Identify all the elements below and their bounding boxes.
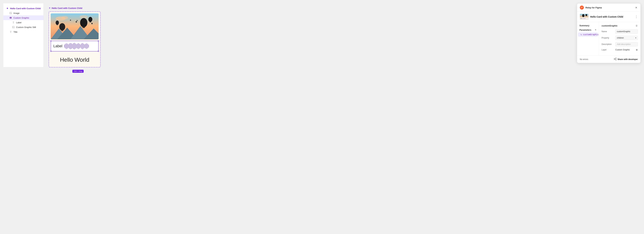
svg-point-10 bbox=[62, 16, 68, 20]
wave-bar bbox=[75, 44, 76, 49]
svg-point-29 bbox=[582, 14, 584, 17]
handle-tr bbox=[98, 40, 99, 42]
panel-header: Relay for Figma ✕ bbox=[577, 4, 640, 12]
thumb-label-row bbox=[580, 17, 588, 20]
panel-body: Summary Parameters + ↳ customGraphic cus… bbox=[577, 22, 640, 56]
svg-point-22 bbox=[88, 17, 92, 22]
handle-br bbox=[98, 50, 99, 52]
component-thumbnail bbox=[580, 14, 588, 20]
svg-point-7 bbox=[13, 26, 13, 27]
wave-bar bbox=[79, 44, 80, 48]
svg-point-30 bbox=[586, 14, 587, 16]
wave-bar bbox=[73, 43, 74, 49]
detail-row-name: Name customGraphic bbox=[602, 29, 638, 34]
layer-value-text: Custom Graphic bbox=[615, 48, 630, 51]
chevron-down-icon: ▾ bbox=[635, 37, 636, 39]
relay-logo bbox=[580, 6, 584, 10]
right-panel: Relay for Figma ✕ Hello Card with bbox=[577, 3, 641, 63]
handle-bl bbox=[50, 50, 52, 52]
wave-bar bbox=[87, 44, 88, 48]
svg-point-20 bbox=[56, 20, 59, 25]
wave-bar bbox=[86, 43, 87, 49]
wave-bar bbox=[85, 44, 86, 48]
name-value[interactable]: customGraphic bbox=[615, 29, 638, 34]
tree-item-title-label: Title bbox=[14, 31, 18, 33]
svg-point-24 bbox=[76, 21, 77, 22]
add-parameter-button[interactable]: + bbox=[595, 28, 596, 31]
svg-point-31 bbox=[616, 58, 616, 58]
close-button[interactable]: ✕ bbox=[634, 6, 638, 9]
size-badge: 216 × Hug bbox=[72, 70, 84, 73]
svg-rect-4 bbox=[11, 17, 11, 18]
tree-item-custom-graphic[interactable]: Custom Graphic bbox=[3, 16, 44, 20]
tree-item-custom-graphic-still[interactable]: Custom Graphic Still bbox=[3, 25, 44, 30]
delete-button[interactable]: 🗑 bbox=[636, 24, 638, 27]
svg-point-25 bbox=[77, 20, 78, 21]
wave-bar bbox=[77, 44, 78, 48]
summary-title: Summary bbox=[577, 24, 599, 28]
image-icon bbox=[10, 12, 12, 14]
param-item-custom-graphic[interactable]: ↳ customGraphic bbox=[578, 32, 598, 36]
text-icon-title bbox=[10, 30, 12, 33]
card-image bbox=[51, 14, 98, 40]
share-label: Share with developer bbox=[618, 58, 638, 60]
wave-bar bbox=[82, 43, 83, 49]
svg-rect-6 bbox=[12, 26, 14, 28]
property-value[interactable]: children ▾ bbox=[615, 36, 638, 40]
wave-bar bbox=[71, 43, 72, 49]
param-name: customGraphic bbox=[583, 33, 599, 36]
hello-world-text: Hello World bbox=[51, 52, 98, 65]
wave-bar bbox=[83, 44, 84, 48]
tree-item-title[interactable]: Title bbox=[3, 30, 44, 34]
wave-bar bbox=[67, 44, 68, 48]
share-icon bbox=[614, 58, 616, 61]
text-icon-label bbox=[12, 21, 15, 24]
svg-rect-23 bbox=[90, 22, 91, 22]
svg-point-27 bbox=[92, 23, 93, 24]
tree-item-root[interactable]: ✦ Hello Card with Custom Child bbox=[3, 6, 44, 11]
left-panel: ✦ Hello Card with Custom Child Image Cus… bbox=[3, 3, 44, 67]
wave-bar bbox=[66, 43, 67, 49]
label-section[interactable]: Label bbox=[51, 41, 98, 52]
svg-point-32 bbox=[614, 59, 615, 59]
wave-bar bbox=[70, 43, 71, 49]
param-arrow-icon: ↳ bbox=[580, 34, 582, 36]
property-label: Property bbox=[602, 37, 614, 39]
svg-point-33 bbox=[616, 60, 616, 60]
layer-value: Custom Graphic ⊕ bbox=[615, 48, 638, 51]
svg-line-35 bbox=[615, 59, 616, 60]
detail-row-property: Property children ▾ bbox=[602, 36, 638, 40]
svg-rect-19 bbox=[82, 27, 85, 28]
tree-item-label[interactable]: Label bbox=[3, 20, 44, 25]
description-label: Description bbox=[602, 43, 614, 46]
svg-point-18 bbox=[80, 18, 88, 27]
svg-rect-2 bbox=[10, 17, 10, 18]
wave-bar bbox=[72, 44, 73, 48]
image-icon-still bbox=[12, 26, 15, 28]
crosshair-icon[interactable]: ⊕ bbox=[636, 48, 638, 51]
parameters-title: Parameters bbox=[580, 29, 591, 31]
layer-label: Layer bbox=[602, 48, 614, 51]
component-header: Hello Card with Custom Child ⋮ bbox=[577, 12, 640, 22]
tree-item-root-label: Hello Card with Custom Child bbox=[10, 7, 41, 10]
bars-icon bbox=[10, 16, 12, 19]
wave-bar bbox=[80, 44, 81, 48]
tree-item-image[interactable]: Image bbox=[3, 11, 44, 16]
wave-bar bbox=[69, 44, 70, 49]
detail-column: customGraphic 🗑 Name customGraphic Prope… bbox=[599, 22, 640, 56]
detail-header-name: customGraphic bbox=[602, 24, 618, 27]
wave-bar bbox=[81, 44, 82, 49]
svg-point-26 bbox=[70, 20, 71, 21]
handle-tl bbox=[50, 40, 52, 42]
wave-bar bbox=[88, 44, 89, 48]
more-options-button[interactable]: ⋮ bbox=[635, 15, 638, 18]
wave-bar bbox=[84, 44, 85, 48]
description-value[interactable]: Add description bbox=[615, 42, 638, 46]
wave-bar bbox=[64, 44, 65, 48]
wave-bar bbox=[74, 43, 75, 50]
wave-bar bbox=[68, 44, 69, 48]
no-errors-text: No errors bbox=[580, 58, 588, 60]
share-with-developer-button[interactable]: Share with developer bbox=[614, 58, 638, 61]
description-placeholder: Add description bbox=[617, 43, 631, 46]
parameters-header: Parameters + bbox=[577, 28, 599, 32]
